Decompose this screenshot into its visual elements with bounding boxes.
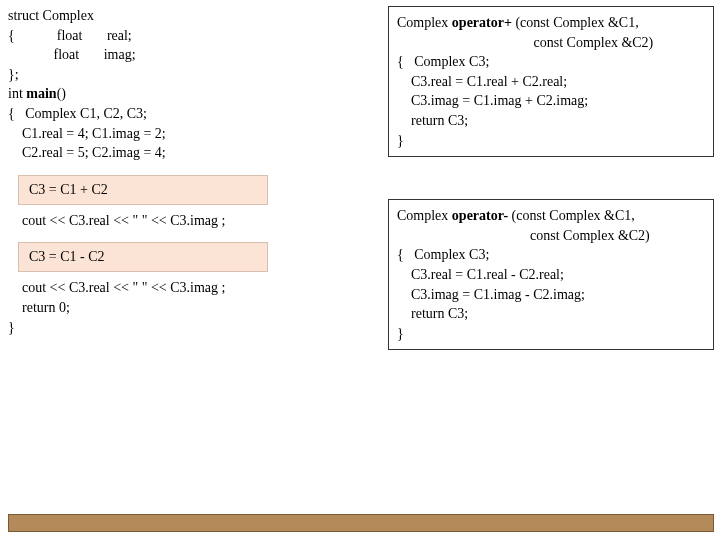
opminus-body3: C3.imag = C1.imag - C2.imag; xyxy=(397,285,705,305)
main-vars: { Complex C1, C2, C3; xyxy=(8,104,378,124)
highlight-plus: C3 = C1 + C2 xyxy=(18,175,268,205)
opplus-close: } xyxy=(397,131,705,151)
operator-minus-box: Complex operator- (const Complex &C1, co… xyxy=(388,199,714,350)
main-decl: int main() xyxy=(8,84,378,104)
highlight-minus: C3 = C1 - C2 xyxy=(18,242,268,272)
cout1: cout << C3.real << " " << C3.imag ; xyxy=(8,211,378,231)
c1-init: C1.real = 4; C1.imag = 2; xyxy=(8,124,378,144)
field-imag: float imag; xyxy=(8,45,378,65)
field-real: { float real; xyxy=(8,26,378,46)
opminus-close: } xyxy=(397,324,705,344)
right-code-column: Complex operator+ (const Complex &C1, co… xyxy=(388,6,714,392)
return: return 0; xyxy=(8,298,378,318)
opplus-body1: { Complex C3; xyxy=(397,52,705,72)
opplus-body3: C3.imag = C1.imag + C2.imag; xyxy=(397,91,705,111)
opplus-sig1: Complex operator+ (const Complex &C1, xyxy=(397,13,705,33)
c2-init: C2.real = 5; C2.imag = 4; xyxy=(8,143,378,163)
main-close: } xyxy=(8,318,378,338)
struct-line: struct Complex xyxy=(8,6,378,26)
opminus-body2: C3.real = C1.real - C2.real; xyxy=(397,265,705,285)
left-code-column: struct Complex { float real; float imag;… xyxy=(8,6,378,337)
cout2: cout << C3.real << " " << C3.imag ; xyxy=(8,278,378,298)
opminus-body1: { Complex C3; xyxy=(397,245,705,265)
opminus-body4: return C3; xyxy=(397,304,705,324)
operator-plus-box: Complex operator+ (const Complex &C1, co… xyxy=(388,6,714,157)
opplus-sig2: const Complex &C2) xyxy=(397,33,705,53)
opplus-body2: C3.real = C1.real + C2.real; xyxy=(397,72,705,92)
opminus-sig1: Complex operator- (const Complex &C1, xyxy=(397,206,705,226)
struct-close: }; xyxy=(8,65,378,85)
footer-bar xyxy=(8,514,714,532)
opminus-sig2: const Complex &C2) xyxy=(397,226,705,246)
opplus-body4: return C3; xyxy=(397,111,705,131)
